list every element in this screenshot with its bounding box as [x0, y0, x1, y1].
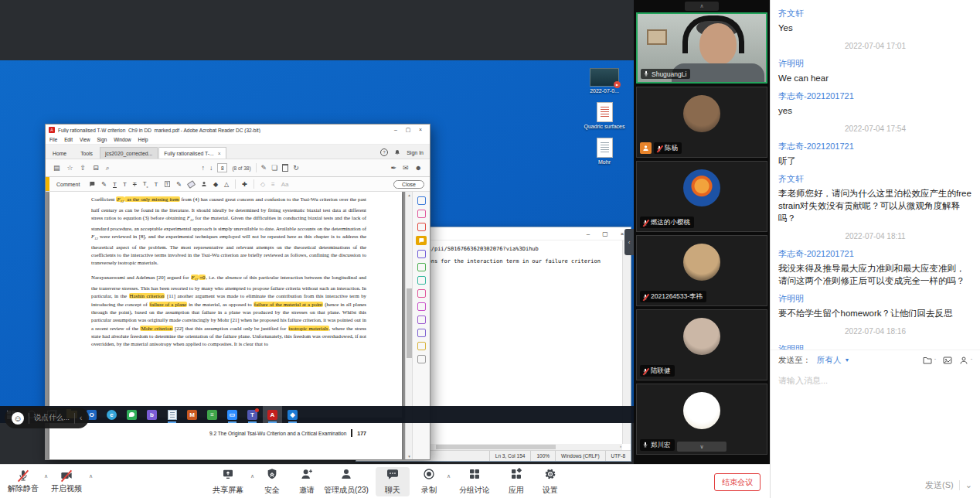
- chat-message-list[interactable]: 齐文轩Yes2022-07-04 17:01许明明We can hear李志奇-…: [771, 0, 980, 350]
- next-page-icon[interactable]: ↓: [209, 164, 213, 172]
- stamp-person-icon[interactable]: [201, 181, 207, 187]
- participant-tile[interactable]: 陈杨: [636, 87, 767, 158]
- tab-home[interactable]: Home: [46, 148, 73, 159]
- strikethrough-icon[interactable]: T: [133, 181, 137, 188]
- protect-tool-icon[interactable]: [417, 316, 426, 324]
- page-number-input[interactable]: [217, 163, 227, 172]
- comment-tool-icon[interactable]: [416, 236, 427, 245]
- combine-files-tool-icon[interactable]: [417, 210, 426, 218]
- scroll-participants-up-button[interactable]: ∧: [685, 2, 719, 11]
- chevron-up-icon[interactable]: ∧: [250, 473, 254, 479]
- stamp-icon[interactable]: ❏: [271, 164, 277, 172]
- menu-file[interactable]: File: [49, 137, 57, 142]
- convert-tool-icon[interactable]: [417, 302, 426, 311]
- search-icon[interactable]: ⌕: [106, 164, 110, 172]
- desktop-icon[interactable]: ▶2022-07-0...: [580, 68, 629, 94]
- photos-icon[interactable]: ◆: [283, 406, 302, 423]
- mention-icon[interactable]: [959, 356, 968, 365]
- breakout-rooms-button[interactable]: 分组讨论: [451, 467, 498, 496]
- green-editor-icon[interactable]: ≡: [202, 406, 222, 423]
- bell-icon[interactable]: [394, 149, 400, 155]
- folder-icon[interactable]: [923, 356, 932, 365]
- rotate-icon[interactable]: ↻: [293, 164, 299, 172]
- menu-view[interactable]: View: [80, 137, 90, 142]
- send-button[interactable]: 发送(S) ⌄: [925, 479, 972, 491]
- export-excel-tool-icon[interactable]: [417, 263, 426, 271]
- shapes-icon[interactable]: ◆: [213, 181, 218, 188]
- chevron-down-icon[interactable]: ▼: [845, 357, 850, 363]
- fill-sign-tool-icon[interactable]: [417, 250, 426, 258]
- security-button[interactable]: 安全: [257, 467, 288, 496]
- highlight-pen-tool-icon[interactable]: [417, 289, 426, 298]
- collapse-left-icon[interactable]: ‹: [80, 414, 82, 422]
- previous-page-icon[interactable]: ↑: [201, 164, 205, 172]
- trash-icon[interactable]: [282, 164, 288, 172]
- minimize-button[interactable]: –: [390, 127, 402, 133]
- record-button[interactable]: 录制 ∧: [412, 467, 446, 496]
- share-screen-button[interactable]: 共享屏幕 ∧: [206, 467, 250, 496]
- pin-icon[interactable]: ✚: [242, 181, 247, 188]
- quick-reaction-bar[interactable]: ☺ 说点什么... ‹: [5, 408, 89, 428]
- tab-close-icon[interactable]: ×: [218, 151, 221, 156]
- star-icon[interactable]: ☆: [67, 164, 73, 172]
- screenshot-icon[interactable]: [943, 356, 952, 365]
- chat-button[interactable]: 聊天: [376, 467, 410, 496]
- menu-window[interactable]: Window: [114, 137, 131, 142]
- emoji-icon[interactable]: ☺: [12, 412, 24, 425]
- subscript-text-icon[interactable]: Tx: [143, 180, 148, 189]
- envelope-icon[interactable]: ✉: [403, 164, 409, 172]
- create-pdf-tool-icon[interactable]: [417, 196, 426, 205]
- menu-edit[interactable]: Edit: [64, 137, 73, 142]
- purple-app-icon[interactable]: b: [142, 406, 162, 423]
- highlighter-icon[interactable]: ✎: [101, 181, 107, 188]
- add-text-icon[interactable]: T: [155, 181, 158, 188]
- participant-tile[interactable]: 燃达的小樱桃: [636, 161, 767, 232]
- participant-tile[interactable]: 郑川宏∨: [636, 384, 767, 455]
- document-tab-inactive[interactable]: jcs2020_corrected...: [100, 147, 158, 159]
- quill-icon[interactable]: ✒: [390, 164, 396, 172]
- account-icon[interactable]: ☻: [415, 164, 422, 172]
- maximize-button[interactable]: ▢: [402, 127, 414, 133]
- scroll-participants-down-button[interactable]: ∨: [677, 442, 726, 452]
- underline-text-icon[interactable]: T: [113, 181, 117, 188]
- help-icon[interactable]: ?: [380, 148, 388, 156]
- matlab-icon[interactable]: M: [182, 406, 202, 423]
- panel-collapse-handle[interactable]: ‹: [624, 229, 634, 255]
- notepad-minimize-button[interactable]: –: [580, 230, 597, 237]
- menu-help[interactable]: Help: [138, 137, 148, 142]
- notepad-maximize-button[interactable]: ▢: [597, 230, 614, 237]
- cut-tool-icon[interactable]: [417, 355, 426, 363]
- chevron-up-icon[interactable]: ∧: [89, 473, 93, 479]
- save-icon[interactable]: ▤: [53, 164, 60, 172]
- end-meeting-button[interactable]: 结束会议: [714, 473, 761, 491]
- eraser-icon[interactable]: [187, 180, 196, 189]
- print-icon[interactable]: ⊟: [93, 164, 99, 172]
- document-tab-active[interactable]: Fully rationalised T-...×: [158, 147, 226, 159]
- participant-tile[interactable]: 2021264533-李祎: [636, 235, 767, 306]
- sign-in-link[interactable]: Sign In: [407, 150, 424, 155]
- comment-close-button[interactable]: Close: [393, 180, 424, 189]
- export-pdf-tool-icon[interactable]: [417, 223, 426, 231]
- menu-sign[interactable]: Sign: [97, 137, 107, 142]
- scrollbar-thumb[interactable]: [407, 288, 412, 358]
- participant-tile[interactable]: ShuguangLi: [636, 12, 767, 84]
- polygon-icon[interactable]: △: [224, 181, 229, 188]
- measure-tool-icon[interactable]: [417, 329, 426, 337]
- desktop-icon[interactable]: Quadric surfaces: [580, 102, 629, 130]
- upload-icon[interactable]: ⇧: [80, 164, 87, 172]
- unmute-button[interactable]: 解除静音 ∧: [3, 467, 43, 496]
- quick-message-placeholder[interactable]: 说点什么...: [34, 413, 70, 423]
- desktop-icon[interactable]: Mohr: [580, 138, 629, 165]
- zoom-icon[interactable]: ▭: [223, 406, 242, 423]
- pencil-icon[interactable]: ✎: [176, 181, 182, 188]
- close-button[interactable]: ×: [414, 127, 427, 133]
- chevron-up-icon[interactable]: ∧: [447, 473, 451, 479]
- acrobat-icon[interactable]: A: [263, 406, 282, 423]
- start-video-button[interactable]: 开启视频 ∧: [45, 467, 88, 496]
- tab-tools[interactable]: Tools: [73, 148, 100, 159]
- message-input[interactable]: 请输入消息...: [771, 370, 980, 470]
- notepad-icon[interactable]: [162, 406, 182, 423]
- stamp-files-tool-icon[interactable]: [417, 342, 426, 350]
- teams-icon[interactable]: T: [243, 406, 262, 423]
- scrollbar-thumb[interactable]: [436, 445, 556, 449]
